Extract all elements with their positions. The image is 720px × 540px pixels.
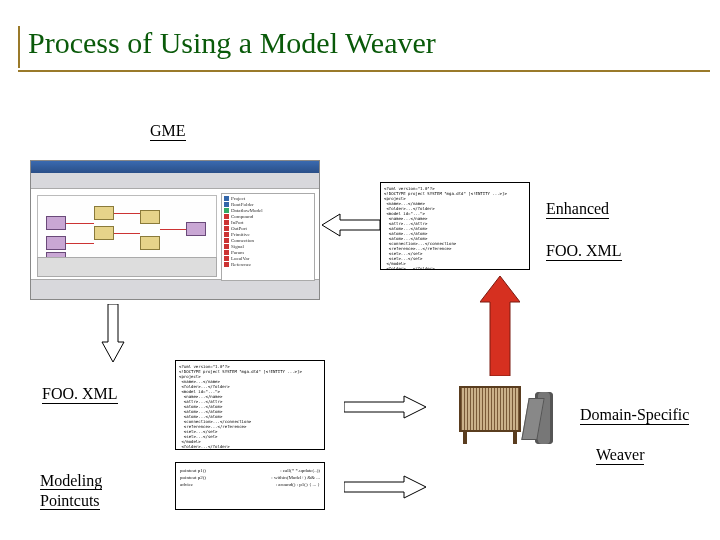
title-rule: Process of Using a Model Weaver bbox=[18, 22, 710, 72]
loom-icon bbox=[459, 386, 521, 432]
gme-block bbox=[140, 210, 160, 224]
gme-wire bbox=[114, 213, 140, 214]
gme-palette bbox=[37, 257, 217, 277]
enhanced-xml-box: <?xml version="1.0"?><!DOCTYPE project S… bbox=[380, 182, 530, 270]
gme-block bbox=[46, 236, 66, 250]
label-enhanced-foo: FOO. XML bbox=[546, 242, 622, 261]
arrow-weaver-to-enhanced bbox=[480, 276, 520, 376]
gme-block bbox=[94, 206, 114, 220]
label-foo-xml: FOO. XML bbox=[42, 385, 118, 404]
pointcuts-box: pointcut p1(): call(* *.update(..))point… bbox=[175, 462, 325, 510]
gme-block bbox=[46, 216, 66, 230]
gme-wire bbox=[114, 233, 140, 234]
xml-line: </project> bbox=[179, 449, 321, 450]
page-title: Process of Using a Model Weaver bbox=[18, 22, 710, 70]
arrow-pointcuts-to-weaver bbox=[344, 474, 426, 500]
gme-block bbox=[140, 236, 160, 250]
label-weaver: Weaver bbox=[596, 446, 644, 465]
pointcut-row: advice: around() : p1() { ... } bbox=[180, 481, 320, 488]
gme-toolbar bbox=[31, 173, 319, 189]
arrow-gme-to-foo bbox=[100, 304, 126, 362]
label-modeling: Modeling bbox=[40, 472, 102, 490]
gme-block bbox=[94, 226, 114, 240]
svg-marker-1 bbox=[102, 304, 124, 362]
gme-tree-item: Reference bbox=[224, 262, 312, 268]
label-gme: GME bbox=[150, 122, 186, 141]
pointcut-row: pointcut p1(): call(* *.update(..)) bbox=[180, 467, 320, 474]
svg-marker-0 bbox=[322, 214, 380, 236]
label-domain-specific: Domain-Specific bbox=[580, 406, 689, 425]
xml-line: <folder>...</folder> bbox=[384, 266, 526, 270]
svg-marker-4 bbox=[344, 476, 426, 498]
gme-screenshot: ProjectRootFolderDataflowModelCompoundIn… bbox=[30, 160, 320, 300]
pointcut-row: pointcut p2(): within(Model+) && ... bbox=[180, 474, 320, 481]
svg-marker-3 bbox=[344, 396, 426, 418]
arrow-enhanced-to-gme bbox=[322, 212, 380, 238]
arrow-foo-to-weaver bbox=[344, 394, 426, 420]
label-enhanced: Enhanced bbox=[546, 200, 609, 219]
weaver-illustration bbox=[455, 380, 555, 450]
label-pointcuts: Pointcuts bbox=[40, 492, 100, 510]
fabric-roll-icon bbox=[535, 392, 553, 444]
foo-xml-box: <?xml version="1.0"?><!DOCTYPE project S… bbox=[175, 360, 325, 450]
gme-titlebar bbox=[31, 161, 319, 173]
gme-wire bbox=[160, 229, 186, 230]
svg-marker-2 bbox=[480, 276, 520, 376]
gme-block bbox=[186, 222, 206, 236]
gme-body: ProjectRootFolderDataflowModelCompoundIn… bbox=[31, 189, 319, 279]
gme-wire bbox=[66, 223, 94, 224]
gme-wire bbox=[66, 243, 94, 244]
gme-statusbar bbox=[31, 279, 319, 299]
gme-model-tree: ProjectRootFolderDataflowModelCompoundIn… bbox=[221, 193, 315, 281]
